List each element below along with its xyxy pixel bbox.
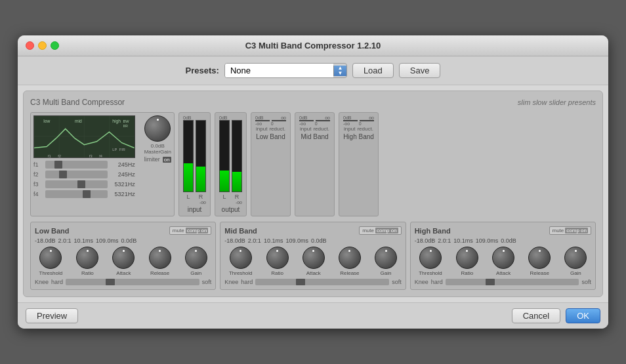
hb-release-val: 109.0ms <box>476 237 499 244</box>
input-meter-wrapper: 0dB L R -oo input <box>178 112 211 216</box>
maximize-button[interactable] <box>51 41 59 50</box>
knob-dot <box>195 250 197 252</box>
lb-release-knob[interactable] <box>149 247 171 269</box>
cancel-button[interactable]: Cancel <box>512 308 560 323</box>
lb-release-group: Release <box>149 247 171 276</box>
hb-release-group: Release <box>528 247 551 276</box>
lb-gain-group: Gain <box>185 247 207 276</box>
lb-reduct-meter <box>272 120 286 121</box>
low-band-title: Low Band <box>35 227 70 235</box>
lb-threshold-knob[interactable] <box>39 247 62 269</box>
mb-gain-label: Gain <box>381 270 392 276</box>
f3-slider[interactable] <box>45 180 108 188</box>
f1-slider[interactable] <box>45 161 108 169</box>
knob-dot <box>348 250 350 252</box>
svg-text:mid: mid <box>75 119 82 123</box>
lb-ratio-label: Ratio <box>81 270 94 276</box>
hb-zero: 0 <box>359 121 362 126</box>
mid-band-values: -18.0dB 2.0:1 10.1ms 109.0ms 0.0dB <box>224 237 401 244</box>
presets-stepper[interactable]: ▲ ▼ <box>333 66 346 76</box>
low-band-header: Low Band mute comp on <box>35 226 211 235</box>
mb-reduct-label: reduct. <box>313 126 329 132</box>
knob-dot <box>539 250 541 252</box>
low-band-comp-on[interactable]: comp on <box>186 228 209 233</box>
f4-slider[interactable] <box>45 190 108 198</box>
svg-text:IIR: IIR <box>123 124 127 128</box>
mb-knee-soft: soft <box>392 279 402 285</box>
svg-text:f2: f2 <box>58 154 61 157</box>
hb-release-knob[interactable] <box>528 247 551 269</box>
f2-slider[interactable] <box>45 171 108 178</box>
lb-gain-knob[interactable] <box>185 247 207 269</box>
mid-band-knobs: Threshold Ratio Attack Release <box>224 247 401 276</box>
lb-gain-val: 0.0dB <box>121 237 137 244</box>
minimize-button[interactable] <box>38 41 47 50</box>
lb-release-label: Release <box>150 270 169 276</box>
preview-button[interactable]: Preview <box>26 308 78 323</box>
lb-reduct-label: reduct. <box>269 126 285 132</box>
hb-ratio-group: Ratio <box>456 247 478 276</box>
hb-gain-knob[interactable] <box>564 247 587 269</box>
input-R-meter <box>196 120 206 192</box>
lb-knee-slider[interactable] <box>66 279 199 285</box>
lb-input-label: input <box>256 126 267 132</box>
hb-ratio-knob[interactable] <box>456 247 478 269</box>
presets-input[interactable] <box>225 64 333 77</box>
high-band-mute[interactable]: mute <box>553 228 564 233</box>
low-band-knee: Knee hard soft <box>35 279 211 285</box>
mb-release-knob[interactable] <box>339 247 361 269</box>
mb-ratio-group: Ratio <box>266 247 289 276</box>
freq-row-f4: f4 5321Hz <box>33 190 135 198</box>
load-button[interactable]: Load <box>352 63 394 78</box>
svg-text:f1: f1 <box>48 154 51 157</box>
mid-band-meter-wrapper: 0dB oo -oo 0 input reduct. Mid Ba <box>295 112 335 216</box>
mb-threshold-knob[interactable] <box>230 247 252 269</box>
hb-attack-knob[interactable] <box>492 247 514 269</box>
high-band-knobs: Threshold Ratio Attack Release <box>415 247 591 276</box>
low-band-meter-wrapper: 0dB oo -oo 0 input reduct. Low Ba <box>251 112 291 216</box>
hb-threshold-knob[interactable] <box>419 247 442 269</box>
mb-attack-group: Attack <box>303 247 325 276</box>
lb-neg-oo: -oo <box>255 121 262 126</box>
limiter-on-button[interactable]: on <box>163 157 171 163</box>
f3-label: f3 <box>33 181 43 188</box>
mb-input-meter <box>299 120 314 121</box>
hb-knee-hard: hard <box>431 279 443 285</box>
footer-actions: Cancel OK <box>512 308 600 323</box>
stepper-down-icon[interactable]: ▼ <box>334 71 346 76</box>
master-gain-knob[interactable] <box>144 115 171 142</box>
lb-knee-hard: hard <box>51 279 63 285</box>
knob-dot <box>503 250 505 252</box>
hb-knee-soft: soft <box>581 279 591 285</box>
ok-button[interactable]: OK <box>566 308 600 323</box>
mb-attack-knob[interactable] <box>303 247 325 269</box>
lb-attack-knob[interactable] <box>112 247 135 269</box>
plugin-subtitle: slim slow slider presents <box>518 98 596 106</box>
mid-band-header: Mid Band mute comp on <box>224 226 401 235</box>
input-L-label: L <box>183 193 194 200</box>
mb-knee-slider[interactable] <box>255 279 389 285</box>
mid-band-comp-on[interactable]: comp on <box>375 228 398 233</box>
hb-knee-label: Knee <box>415 279 428 285</box>
low-band-mute[interactable]: mute <box>173 228 184 233</box>
presets-wrapper: ▲ ▼ <box>224 63 347 78</box>
lb-ratio-val: 2.0:1 <box>58 237 72 244</box>
mb-gain-knob[interactable] <box>375 247 397 269</box>
mid-band-mute[interactable]: mute <box>362 228 374 233</box>
high-band-comp-on[interactable]: comp on <box>565 228 588 233</box>
lb-ratio-knob[interactable] <box>76 247 98 269</box>
mb-gain-group: Gain <box>375 247 397 276</box>
mb-attack-label: Attack <box>306 270 321 276</box>
knob-dot <box>159 250 161 252</box>
save-button[interactable]: Save <box>399 63 441 78</box>
hb-knee-slider[interactable] <box>446 279 579 285</box>
knob-dot <box>50 250 52 252</box>
output-group-label: output <box>222 206 240 213</box>
hb-input-meter <box>343 120 358 121</box>
mb-ratio-knob[interactable] <box>266 247 289 269</box>
close-button[interactable] <box>26 41 34 50</box>
hb-threshold-group: Threshold <box>419 247 442 276</box>
freq-row-f1: f1 245Hz <box>33 161 135 169</box>
limiter-row: limiter on <box>144 156 171 163</box>
output-L-label: L <box>219 193 230 200</box>
